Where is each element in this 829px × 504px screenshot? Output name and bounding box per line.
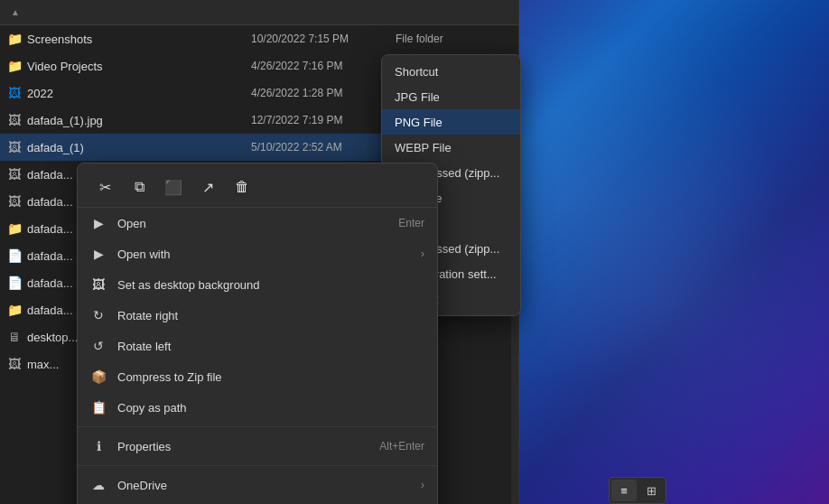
file-name: Video Projects [27, 60, 103, 73]
file-type: File folder [396, 33, 504, 45]
menu-item-label: Rotate left [117, 340, 424, 353]
menu-item-label: Set as desktop background [117, 278, 424, 292]
menu-item-icon: ☁ [90, 477, 107, 493]
menu-item-label: Properties [117, 440, 368, 453]
onedrive-item[interactable]: ☁ OneDrive › [78, 470, 437, 500]
context-separator [78, 426, 437, 427]
menu-item-icon: ↺ [90, 338, 107, 354]
file-icon: 🖼 [7, 194, 22, 209]
menu-item-icon: ↻ [90, 307, 107, 323]
menu-item-label: OneDrive [117, 479, 410, 492]
file-name: max... [27, 358, 59, 371]
menu-item-icon: ▶ [90, 215, 107, 231]
file-icon: 📁 [7, 221, 22, 236]
file-icon: 🖥 [7, 330, 22, 344]
file-name-cell: 📁 Screenshots [7, 32, 251, 46]
file-name-cell: 📁 Video Projects [7, 59, 251, 73]
file-icon: 🖼 [7, 113, 22, 127]
submenu-arrow-icon: › [421, 247, 424, 260]
list-view-button[interactable]: ≡ [611, 480, 637, 501]
grid-view-button[interactable]: ⊞ [638, 480, 664, 501]
menu-item-icon: ▶ [90, 246, 107, 262]
context-menu: ✂⧉⬛↗🗑 ▶ Open Enter ▶ Open with › 🖼 Set a… [77, 163, 438, 504]
file-icon: 📄 [7, 275, 22, 290]
menu-item-icon: 📦 [90, 369, 107, 385]
menu-item-shortcut: Alt+Enter [379, 440, 424, 453]
open-item[interactable]: ▶ Open Enter [78, 208, 437, 238]
column-headers: ▲ [0, 0, 518, 25]
file-icon: 🖼 [7, 357, 22, 371]
properties-item[interactable]: ℹ Properties Alt+Enter [78, 431, 437, 462]
file-name: dafada... [27, 303, 73, 317]
file-row[interactable]: 📁 Screenshots 10/20/2022 7:15 PM File fo… [0, 25, 518, 52]
rename-button[interactable]: ⬛ [157, 173, 190, 201]
file-name: dafada... [27, 195, 73, 209]
file-name: dafada... [27, 222, 73, 236]
file-icon: 📁 [7, 303, 22, 317]
file-date: 4/26/2022 7:16 PM [251, 60, 396, 72]
file-name: Screenshots [27, 33, 92, 46]
menu-item-icon: 🖼 [90, 276, 107, 293]
file-icon: 📁 [7, 32, 22, 46]
file-name: dafada_(1).jpg [27, 114, 103, 127]
file-date: 12/7/2022 7:19 PM [251, 114, 396, 126]
menu-item-label: Open with [117, 247, 410, 261]
context-menu-items: ▶ Open Enter ▶ Open with › 🖼 Set as desk… [78, 208, 437, 504]
file-icon: 📁 [7, 59, 22, 73]
file-name-cell: 🖼 2022 [7, 86, 251, 100]
menu-item-label: Copy as path [117, 401, 424, 415]
file-name-cell: 🖼 dafada_(1).jpg [7, 113, 251, 127]
file-icon: 🖼 [7, 140, 22, 154]
col-name-header[interactable]: ▲ [7, 7, 251, 17]
menu-item-shortcut: Enter [398, 217, 424, 229]
context-toolbar: ✂⧉⬛↗🗑 [78, 167, 437, 208]
file-name: 2022 [27, 87, 53, 100]
cut-button[interactable]: ✂ [88, 173, 121, 201]
delete-button[interactable]: 🗑 [226, 173, 258, 201]
menu-item-label: Rotate right [117, 309, 424, 322]
set-desktop-item[interactable]: 🖼 Set as desktop background [78, 269, 437, 300]
rotate-left-item[interactable]: ↺ Rotate left [78, 331, 437, 361]
file-name: dafada... [27, 249, 73, 263]
type-panel-item[interactable]: WEBP File [382, 135, 520, 160]
file-date: 5/10/2022 2:52 AM [251, 141, 396, 154]
context-separator [78, 465, 437, 466]
type-panel-item[interactable]: PNG File [382, 109, 520, 135]
copy-button[interactable]: ⧉ [123, 173, 155, 201]
menu-item-icon: ℹ [90, 438, 107, 454]
menu-item-icon: 📋 [90, 399, 107, 415]
file-icon: 🖼 [7, 167, 22, 182]
file-name: dafada_(1) [27, 141, 84, 154]
bottom-bar: ≡⊞ [609, 477, 666, 504]
file-date: 10/20/2022 7:15 PM [251, 33, 396, 45]
open-with-item[interactable]: ▶ Open with › [78, 238, 437, 269]
share-button[interactable]: ↗ [191, 173, 224, 201]
rotate-right-item[interactable]: ↻ Rotate right [78, 300, 437, 331]
submenu-arrow-icon: › [421, 479, 424, 491]
copy-path-item[interactable]: 📋 Copy as path [78, 392, 437, 423]
menu-item-label: Open [117, 217, 387, 230]
file-name: dafada... [27, 168, 73, 182]
type-panel-item[interactable]: Shortcut [382, 59, 520, 84]
file-icon: 🖼 [7, 86, 22, 100]
type-panel-item[interactable]: JPG File [382, 84, 520, 109]
menu-item-label: Compress to Zip file [117, 370, 424, 384]
compress-item[interactable]: 📦 Compress to Zip file [78, 361, 437, 392]
file-icon: 📄 [7, 248, 22, 263]
file-name-cell: 🖼 dafada_(1) [7, 140, 251, 154]
file-name: dafada... [27, 276, 73, 290]
file-name: desktop... [27, 331, 78, 344]
file-date: 4/26/2022 1:28 PM [251, 87, 396, 99]
